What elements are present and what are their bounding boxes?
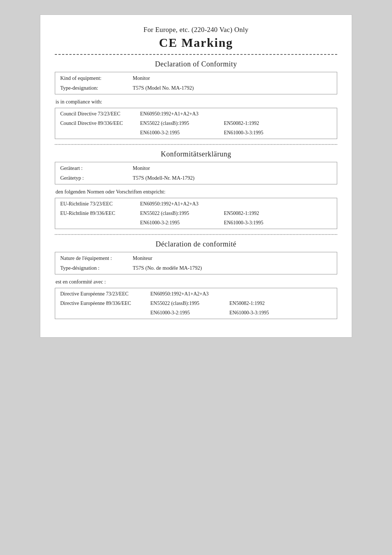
table-row: EN61000-3-2:1995 EN61000-3-3:1995 (55, 218, 337, 229)
equipment-label: Geräteart : (55, 162, 128, 174)
english-compliance-text: is in compliance with: (56, 99, 337, 105)
equipment-value: Moniteur (128, 252, 337, 264)
table-row: Type-désignation : T57S (No. de modèle M… (55, 263, 337, 274)
en3-cell (282, 299, 337, 308)
type-value: T57S (Model No. MA-1792) (128, 83, 337, 94)
table-row: Kind of equipment: Monitor (55, 72, 337, 83)
table-row: Directive Européenne 73/23/EEC EN60950:1… (55, 288, 337, 299)
en3-cell (279, 209, 337, 218)
english-directives-table: Council Directive 73/23/EEC EN60950:1992… (55, 108, 337, 139)
dotted-divider-2 (55, 234, 337, 235)
directive-cell: Directive Européenne 73/23/EEC (55, 288, 146, 299)
en2-cell: EN61000-3-3:1995 (219, 218, 279, 229)
en1-cell: EN60950:1992+A1+A2+A3 (135, 108, 219, 119)
english-info-table: Kind of equipment: Monitor Type-designat… (55, 72, 337, 94)
page-container: For Europe, etc. (220-240 Vac) Only CE M… (40, 15, 352, 338)
ce-marking-title: CE Marking (55, 36, 337, 50)
en3-cell (279, 198, 337, 209)
table-row: Directive Européenne 89/336/EEC EN55022 … (55, 299, 337, 308)
en3-cell (282, 288, 337, 299)
directive-cell: Council Directive 73/23/EEC (55, 108, 135, 119)
french-section: Déclaration de conformité Nature de l'éq… (55, 240, 337, 319)
type-label: Type-designation: (55, 83, 128, 94)
en3-cell (279, 128, 337, 139)
top-section: For Europe, etc. (220-240 Vac) Only CE M… (55, 26, 337, 55)
directive-cell: EU-Richtlinie 73/23/EEC (55, 198, 135, 209)
french-info-table: Nature de l'équipement : Moniteur Type-d… (55, 252, 337, 274)
equipment-label: Nature de l'équipement : (55, 252, 128, 264)
table-row: Geräteart : Monitor (55, 162, 337, 174)
type-value: T57S (Modell-Nr. MA-1792) (128, 173, 337, 184)
table-row: Type-designation: T57S (Model No. MA-179… (55, 83, 337, 94)
table-row: EU-Richtlinie 73/23/EEC EN60950:1992+A1+… (55, 198, 337, 209)
en2-cell: EN50082-1:1992 (219, 209, 279, 218)
type-label: Gerätetyp : (55, 173, 128, 184)
french-directives-table: Directive Européenne 73/23/EEC EN60950:1… (55, 288, 337, 319)
directive-cell: EU-Richtlinie 89/336/EEC (55, 209, 135, 218)
en2-cell: EN61000-3-3:1995 (224, 308, 282, 319)
en2-cell: EN50082-1:1992 (224, 299, 282, 308)
directive-cell (55, 128, 135, 139)
en1-cell: EN61000-3-2:1995 (135, 128, 219, 139)
english-section: Declaration of Conformity Kind of equipm… (55, 60, 337, 139)
en2-cell (219, 108, 279, 119)
en1-cell: EN61000-3-2:1995 (145, 308, 224, 319)
type-label: Type-désignation : (55, 263, 128, 274)
directive-cell (55, 308, 146, 319)
dotted-divider-1 (55, 144, 337, 145)
en3-cell (279, 108, 337, 119)
en2-cell: EN61000-3-3:1995 (219, 128, 279, 139)
english-section-title: Declaration of Conformity (55, 60, 337, 68)
german-section-title: Konformitätserklärung (55, 150, 337, 158)
en2-cell: EN50082-1:1992 (219, 119, 279, 128)
french-compliance-text: est en conformité avec : (56, 279, 337, 285)
german-directives-table: EU-Richtlinie 73/23/EEC EN60950:1992+A1+… (55, 198, 337, 229)
table-row: Nature de l'équipement : Moniteur (55, 252, 337, 264)
directive-cell (55, 218, 135, 229)
en1-cell: EN60950:1992+A1+A2+A3 (145, 288, 224, 299)
en3-cell (282, 308, 337, 319)
table-row: Gerätetyp : T57S (Modell-Nr. MA-1792) (55, 173, 337, 184)
directive-cell: Directive Européenne 89/336/EEC (55, 299, 146, 308)
en1-cell: EN61000-3-2:1995 (135, 218, 219, 229)
for-europe-text: For Europe, etc. (220-240 Vac) Only (55, 26, 337, 34)
en3-cell (279, 218, 337, 229)
equipment-value: Monitor (128, 162, 337, 174)
table-row: Council Directive 89/336/EEC EN55022 (cl… (55, 119, 337, 128)
french-section-title: Déclaration de conformité (55, 240, 337, 248)
equipment-value: Monitor (128, 72, 337, 83)
en2-cell (224, 288, 282, 299)
en1-cell: EN55022 (classB):1995 (135, 119, 219, 128)
directive-cell: Council Directive 89/336/EEC (55, 119, 135, 128)
german-section: Konformitätserklärung Geräteart : Monito… (55, 150, 337, 229)
table-row: Council Directive 73/23/EEC EN60950:1992… (55, 108, 337, 119)
en1-cell: EN55022 (classB):1995 (145, 299, 224, 308)
table-row: EN61000-3-2:1995 EN61000-3-3:1995 (55, 128, 337, 139)
table-row: EN61000-3-2:1995 EN61000-3-3:1995 (55, 308, 337, 319)
type-value: T57S (No. de modèle MA-1792) (128, 263, 337, 274)
equipment-label: Kind of equipment: (55, 72, 128, 83)
en3-cell (279, 119, 337, 128)
german-info-table: Geräteart : Monitor Gerätetyp : T57S (Mo… (55, 162, 337, 184)
german-compliance-text: den folgenden Normen oder Vorschriften e… (56, 189, 337, 195)
table-row: EU-Richtlinie 89/336/EEC EN55022 (classB… (55, 209, 337, 218)
en2-cell (219, 198, 279, 209)
en1-cell: EN60950:1992+A1+A2+A3 (135, 198, 219, 209)
en1-cell: EN55022 (classB):1995 (135, 209, 219, 218)
